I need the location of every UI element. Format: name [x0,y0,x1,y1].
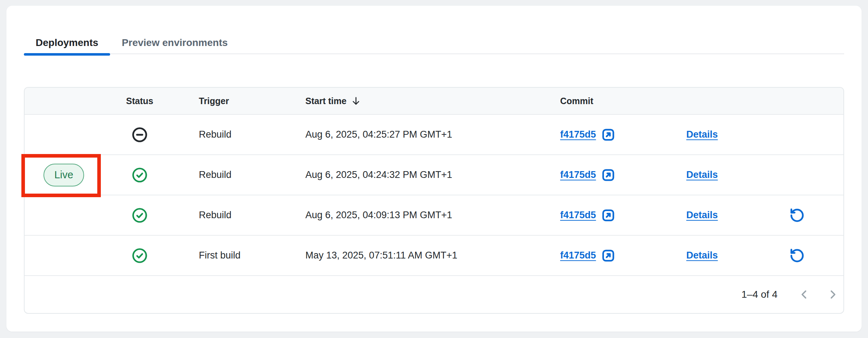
commit-link-group[interactable]: f4175d5 [560,128,615,142]
pagination-bar: 1–4 of 4 [25,275,843,313]
status-cell [103,247,176,264]
start-time-cell: Aug 6, 2025, 04:25:27 PM GMT+1 [283,129,538,140]
retry-button[interactable] [787,205,807,225]
commit-cell: f4175d5 [538,249,662,263]
retry-icon [789,207,805,224]
trigger-cell: First build [176,250,283,261]
commit-link[interactable]: f4175d5 [560,169,596,180]
table-row: First build May 13, 2025, 07:51:11 AM GM… [25,235,843,275]
sort-desc-icon [351,96,361,106]
header-status: Status [103,96,176,106]
start-time-cell: Aug 6, 2025, 04:09:13 PM GMT+1 [283,210,538,221]
details-link[interactable]: Details [686,210,718,221]
status-cell [103,207,176,224]
retry-icon [789,247,805,264]
chevron-left-icon [798,288,810,301]
header-commit: Commit [538,96,662,106]
status-success-icon [131,247,148,264]
details-cell: Details [662,169,763,180]
status-success-icon [131,207,148,224]
deployments-card: Deployments Preview environments Status … [6,6,862,332]
details-cell: Details [662,250,763,261]
commit-link[interactable]: f4175d5 [560,210,596,221]
tab-preview-environments-label: Preview environments [122,37,228,48]
header-start-time-label: Start time [305,96,346,106]
commit-link[interactable]: f4175d5 [560,250,596,261]
details-link[interactable]: Details [686,129,718,140]
actions-cell [763,205,843,225]
trigger-cell: Rebuild [176,169,283,180]
commit-cell: f4175d5 [538,208,662,222]
external-link-icon [601,208,615,222]
commit-link[interactable]: f4175d5 [560,129,596,140]
commit-link-group[interactable]: f4175d5 [560,168,615,182]
commit-link-group[interactable]: f4175d5 [560,249,615,263]
pagination-range-label: 1–4 of 4 [742,289,777,300]
retry-button[interactable] [787,246,807,266]
deployments-table: Status Trigger Start time Commit Rebuild… [24,87,844,314]
live-badge: Live [43,164,84,186]
details-cell: Details [662,129,763,140]
commit-cell: f4175d5 [538,128,662,142]
tab-preview-environments[interactable]: Preview environments [110,31,239,54]
external-link-icon [601,128,615,142]
details-cell: Details [662,210,763,221]
table-row: Live Rebuild Aug 6, 2025, 04:24:32 PM GM… [25,154,843,195]
table-header-row: Status Trigger Start time Commit [25,88,843,114]
chevron-right-icon [827,288,839,301]
pagination-prev-button[interactable] [797,285,811,304]
trigger-cell: Rebuild [176,210,283,221]
details-link[interactable]: Details [686,250,718,261]
status-cell [103,127,176,143]
commit-cell: f4175d5 [538,168,662,182]
header-trigger: Trigger [176,96,283,106]
header-start-time[interactable]: Start time [283,96,538,106]
start-time-cell: Aug 6, 2025, 04:24:32 PM GMT+1 [283,169,538,180]
external-link-icon [601,168,615,182]
trigger-cell: Rebuild [176,129,283,140]
status-cell [103,167,176,183]
tab-bar: Deployments Preview environments [24,31,844,54]
details-link[interactable]: Details [686,169,718,180]
status-stopped-icon [131,127,148,143]
actions-cell [763,246,843,266]
external-link-icon [601,249,615,263]
tab-deployments-label: Deployments [36,37,98,48]
commit-link-group[interactable]: f4175d5 [560,208,615,222]
start-time-cell: May 13, 2025, 07:51:11 AM GMT+1 [283,250,538,261]
live-cell: Live [25,164,103,186]
table-row: Rebuild Aug 6, 2025, 04:25:27 PM GMT+1 f… [25,114,843,154]
tab-deployments[interactable]: Deployments [24,31,110,54]
status-success-icon [131,167,148,183]
pagination-next-button[interactable] [826,285,840,304]
table-row: Rebuild Aug 6, 2025, 04:09:13 PM GMT+1 f… [25,195,843,235]
